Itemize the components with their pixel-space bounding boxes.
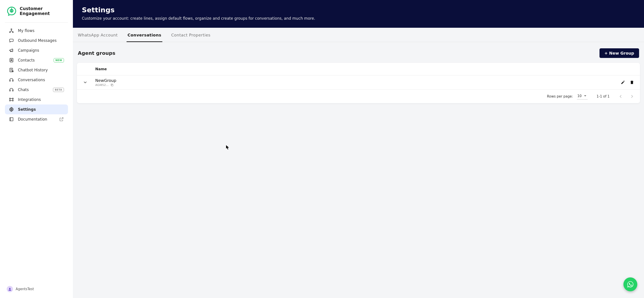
gear-icon (9, 107, 14, 112)
sidebar-item-label: Chatbot History (18, 68, 64, 72)
sidebar: Customer Engagement My flows Outbound Me… (0, 0, 73, 298)
sidebar-item-settings[interactable]: Settings (5, 105, 68, 114)
sidebar-item-conversations[interactable]: Conversations (5, 75, 68, 85)
copy-icon[interactable] (110, 84, 114, 87)
sidebar-item-outbound[interactable]: Outbound Messages (5, 36, 68, 46)
message-icon (9, 38, 14, 43)
brand-logo-icon (7, 6, 16, 16)
book-icon (9, 117, 14, 122)
svg-point-2 (12, 11, 13, 11)
nav: My flows Outbound Messages Campaigns Con… (0, 26, 73, 281)
prev-page-icon[interactable] (618, 94, 623, 99)
integrations-icon (9, 97, 14, 102)
expand-toggle[interactable] (83, 80, 95, 85)
megaphone-icon (9, 48, 14, 53)
sidebar-item-label: Outbound Messages (18, 38, 64, 43)
page-range: 1-1 of 1 (596, 94, 610, 98)
sidebar-item-history[interactable]: Chatbot History (5, 65, 68, 75)
sidebar-item-label: Chats (18, 88, 49, 92)
sidebar-item-label: Documentation (18, 117, 55, 122)
new-group-button[interactable]: + New Group (600, 48, 639, 58)
svg-rect-12 (10, 80, 10, 81)
table-header: Name (77, 63, 640, 75)
rows-per-page-value: 10 (577, 94, 582, 98)
rows-per-page-label: Rows per page: (547, 94, 573, 98)
user-name: AgentsTest (16, 287, 34, 291)
section-header: Agent groups + New Group (77, 48, 640, 58)
svg-point-0 (10, 9, 14, 13)
group-id: AGI852... (95, 83, 109, 87)
page-header: Settings Customize your account: create … (73, 0, 644, 28)
svg-rect-21 (10, 118, 13, 121)
history-icon (9, 68, 14, 73)
row-actions (621, 80, 634, 85)
rows-per-page: Rows per page: 10 (547, 93, 588, 100)
rows-per-page-select[interactable]: 10 (577, 93, 588, 100)
svg-point-1 (10, 11, 11, 11)
sidebar-item-chats[interactable]: Chats BETA (5, 85, 68, 95)
svg-point-3 (11, 8, 12, 9)
tab-whatsapp-account[interactable]: WhatsApp Account (77, 28, 118, 42)
svg-point-19 (12, 100, 14, 101)
headset-icon (9, 87, 14, 92)
svg-point-9 (11, 59, 12, 60)
tab-contact-properties[interactable]: Contact Properties (170, 28, 212, 42)
group-name: NewGroup (95, 78, 621, 83)
sidebar-item-label: Campaigns (18, 48, 64, 53)
sidebar-item-label: Contacts (18, 58, 50, 62)
group-id-row: AGI852... (95, 83, 621, 87)
headset-icon (9, 77, 14, 82)
delete-icon[interactable] (630, 80, 634, 85)
dropdown-icon (584, 95, 586, 97)
svg-rect-14 (10, 90, 10, 91)
sidebar-item-campaigns[interactable]: Campaigns (5, 46, 68, 55)
chevron-down-icon (83, 80, 88, 85)
svg-point-18 (10, 100, 10, 101)
tabs: WhatsApp Account Conversations Contact P… (73, 28, 644, 42)
beta-badge: BETA (53, 88, 64, 92)
sidebar-item-label: Conversations (18, 78, 64, 82)
sidebar-item-label: My flows (18, 29, 64, 33)
svg-point-20 (11, 109, 12, 110)
flows-icon (9, 28, 14, 33)
page-title: Settings (82, 6, 635, 14)
pagination: Rows per page: 10 1-1 of 1 (77, 90, 640, 103)
svg-point-16 (10, 98, 10, 99)
table-row: NewGroup AGI852... (77, 75, 640, 90)
whatsapp-fab[interactable] (624, 277, 637, 291)
brand: Customer Engagement (0, 0, 73, 22)
avatar (7, 286, 13, 292)
sidebar-item-integrations[interactable]: Integrations (5, 95, 68, 105)
tab-conversations[interactable]: Conversations (126, 28, 162, 42)
contacts-icon (9, 58, 14, 63)
svg-point-22 (9, 288, 10, 289)
svg-rect-23 (111, 84, 113, 86)
svg-point-4 (11, 29, 12, 30)
svg-point-5 (10, 32, 10, 33)
section-title: Agent groups (78, 50, 116, 56)
person-icon (8, 287, 12, 291)
user-row[interactable]: AgentsTest (0, 281, 73, 298)
edit-icon[interactable] (621, 80, 625, 85)
sidebar-item-label: Integrations (18, 97, 64, 102)
th-name: Name (95, 67, 107, 71)
brand-name: Customer Engagement (20, 6, 50, 16)
page-subtitle: Customize your account: create lines, as… (82, 16, 635, 21)
external-link-icon (59, 117, 64, 122)
groups-table: Name NewGroup AGI852... (77, 63, 640, 103)
sidebar-item-label: Settings (18, 107, 64, 112)
svg-point-17 (12, 98, 14, 99)
divider (5, 22, 68, 23)
svg-rect-15 (12, 90, 14, 91)
whatsapp-icon (626, 280, 634, 288)
th-expand (83, 67, 95, 71)
svg-rect-13 (12, 80, 14, 81)
svg-point-6 (12, 32, 14, 33)
sidebar-item-documentation[interactable]: Documentation (5, 114, 68, 124)
td-name: NewGroup AGI852... (95, 78, 621, 87)
sidebar-item-my-flows[interactable]: My flows (5, 26, 68, 36)
new-badge: NEW (54, 58, 64, 62)
content: Agent groups + New Group Name NewGroup A… (73, 42, 644, 298)
next-page-icon[interactable] (630, 94, 634, 99)
sidebar-item-contacts[interactable]: Contacts NEW (5, 55, 68, 65)
